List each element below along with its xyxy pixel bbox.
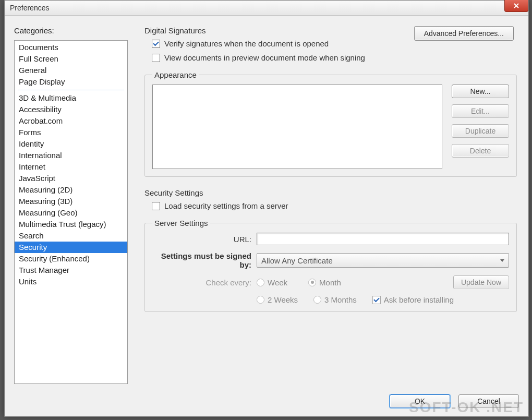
category-javascript[interactable]: JavaScript (15, 173, 127, 184)
close-button[interactable] (504, 0, 528, 12)
category-measuring-geo[interactable]: Measuring (Geo) (15, 207, 127, 219)
categories-label: Categories: (14, 26, 128, 35)
category-measuring-3d[interactable]: Measuring (3D) (15, 196, 127, 207)
appearance-group: Appearance New... Edit... Duplicate Dele… (144, 70, 517, 177)
category-documents[interactable]: Documents (15, 42, 127, 53)
url-label: URL: (152, 235, 257, 244)
cancel-button[interactable]: Cancel (458, 394, 519, 408)
category-multimedia-trust[interactable]: Multimedia Trust (legacy) (15, 219, 127, 230)
verify-signatures-label: Verify signatures when the document is o… (164, 39, 329, 48)
category-full-screen[interactable]: Full Screen (15, 53, 127, 65)
ask-before-installing-label: Ask before installing (384, 295, 454, 304)
category-3d-multimedia[interactable]: 3D & Multimedia (15, 92, 127, 104)
signed-by-value: Allow Any Certificate (261, 256, 333, 265)
category-internet[interactable]: Internet (15, 161, 127, 173)
category-trust-manager[interactable]: Trust Manager (15, 265, 127, 276)
appearance-listbox[interactable] (152, 85, 442, 169)
category-units[interactable]: Units (15, 276, 127, 287)
signed-by-label: Settings must be signed by: (152, 251, 257, 269)
ask-before-installing-checkbox[interactable] (372, 296, 381, 304)
signed-by-select[interactable]: Allow Any Certificate (257, 253, 509, 268)
radio-week[interactable] (257, 279, 264, 286)
category-page-display[interactable]: Page Display (15, 76, 127, 88)
close-icon (514, 2, 519, 10)
category-security-enhanced[interactable]: Security (Enhanced) (15, 253, 127, 265)
update-now-button[interactable]: Update Now (453, 275, 509, 289)
category-general[interactable]: General (15, 65, 127, 76)
radio-3months-label: 3 Months (324, 295, 357, 304)
category-forms[interactable]: Forms (15, 127, 127, 138)
category-identity[interactable]: Identity (15, 138, 127, 150)
server-settings-group: Server Settings URL: Settings must be si… (144, 219, 517, 312)
chevron-down-icon (500, 259, 504, 262)
preview-mode-label: View documents in preview document mode … (164, 53, 365, 62)
window-title: Preferences (10, 4, 49, 12)
advanced-preferences-button[interactable]: Advanced Preferences... (414, 26, 514, 41)
category-security[interactable]: Security (15, 242, 127, 253)
appearance-legend: Appearance (152, 70, 199, 79)
load-security-checkbox[interactable] (152, 202, 160, 210)
radio-week-label: Week (268, 278, 287, 287)
category-accessibility[interactable]: Accessibility (15, 104, 127, 115)
category-search[interactable]: Search (15, 230, 127, 242)
appearance-delete-button[interactable]: Delete (452, 144, 509, 158)
preferences-dialog: Preferences Categories: Documents Full S… (4, 0, 529, 417)
server-settings-legend: Server Settings (152, 219, 210, 227)
appearance-edit-button[interactable]: Edit... (452, 104, 509, 118)
radio-2weeks[interactable] (257, 296, 264, 304)
appearance-duplicate-button[interactable]: Duplicate (452, 124, 509, 138)
appearance-new-button[interactable]: New... (452, 85, 509, 98)
radio-month[interactable] (308, 279, 316, 286)
category-separator (18, 90, 124, 90)
preview-mode-checkbox[interactable] (152, 54, 160, 62)
security-settings-title: Security Settings (144, 188, 519, 197)
category-international[interactable]: International (15, 150, 127, 161)
titlebar: Preferences (5, 1, 528, 16)
radio-2weeks-label: 2 Weeks (268, 295, 298, 304)
radio-3months[interactable] (313, 296, 321, 304)
check-every-label: Check every: (152, 278, 257, 287)
dialog-footer: OK Cancel (5, 389, 528, 416)
url-input[interactable] (257, 233, 509, 245)
category-acrobat-com[interactable]: Acrobat.com (15, 115, 127, 127)
load-security-label: Load security settings from a server (164, 201, 288, 210)
verify-signatures-checkbox[interactable] (152, 40, 160, 48)
radio-month-label: Month (319, 278, 341, 287)
ok-button[interactable]: OK (390, 394, 450, 408)
digital-signatures-title: Digital Signatures (144, 26, 414, 35)
categories-list[interactable]: Documents Full Screen General Page Displ… (14, 40, 128, 384)
category-measuring-2d[interactable]: Measuring (2D) (15, 184, 127, 196)
